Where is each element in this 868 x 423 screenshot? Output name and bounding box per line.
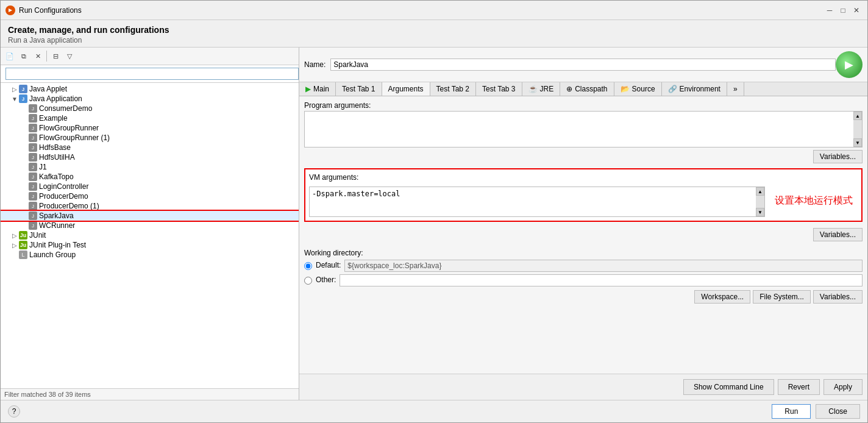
tree-item-flow-group-runner[interactable]: J FlowGroupRunner	[1, 123, 299, 133]
tab-environment[interactable]: 🔗 Environment	[662, 82, 727, 96]
vm-arguments-section: VM arguments: -Dspark.master=local ▲ ▼ 设…	[304, 168, 863, 222]
program-arguments-input[interactable]	[305, 112, 853, 147]
tree-label-kafka-topo: KafkaTopo	[39, 172, 74, 181]
program-arguments-label: Program arguments:	[304, 101, 863, 110]
tab-test3[interactable]: Test Tab 3	[476, 82, 522, 96]
help-button[interactable]: ?	[8, 405, 20, 418]
tree-item-hdfs-util[interactable]: J HdfsUtilHA	[1, 152, 299, 162]
program-arguments-wrapper: ▲ ▼	[304, 111, 863, 148]
default-radio[interactable]	[304, 262, 312, 270]
search-input[interactable]	[5, 68, 299, 80]
workspace-button[interactable]: Workspace...	[694, 290, 750, 304]
tree-item-junit[interactable]: ▷ Ju JUnit	[1, 230, 299, 240]
tree-label-fgr: FlowGroupRunner	[39, 124, 99, 132]
config-icon-hdfs-util: J	[29, 153, 37, 162]
tab-test1[interactable]: Test Tab 1	[336, 82, 382, 96]
vm-arguments-input[interactable]: -Dspark.master=local	[310, 187, 756, 216]
minimize-button[interactable]: ─	[824, 4, 836, 16]
tree-container: ▷ J Java Applet ▼ J Java Application J C…	[1, 83, 299, 388]
tree-item-java-applet[interactable]: ▷ J Java Applet	[1, 84, 299, 94]
tree-item-example[interactable]: J Example	[1, 113, 299, 123]
tree-label-launch-group: Launch Group	[29, 251, 76, 259]
tree-item-wc-runner[interactable]: J WCRunner	[1, 221, 299, 230]
tree-label-login: LoginController	[39, 182, 88, 191]
dir-buttons: Workspace... File System... Variables...	[304, 290, 863, 304]
tree-label-spark-java: SparkJava	[39, 212, 74, 220]
working-directory-label: Working directory:	[304, 249, 863, 257]
tab-label-test1: Test Tab 1	[342, 85, 375, 93]
tab-label-more: »	[733, 85, 738, 93]
program-args-variables-button[interactable]: Variables...	[813, 150, 863, 163]
tree-label-consumer-demo: ConsumerDemo	[39, 104, 92, 113]
tree-label-producer-demo: ProducerDemo	[39, 192, 88, 201]
run-footer-button[interactable]: Run	[772, 404, 811, 419]
tree-item-hdfs-base[interactable]: J HdfsBase	[1, 143, 299, 152]
config-icon-wc: J	[29, 221, 37, 230]
tab-classpath[interactable]: ⊕ Classpath	[560, 82, 614, 96]
tab-more[interactable]: »	[727, 82, 744, 96]
tree-label-junit: JUnit	[29, 231, 46, 240]
tree-item-junit-plugin[interactable]: ▷ Ju JUnit Plug-in Test	[1, 240, 299, 250]
tree-item-consumer-demo[interactable]: J ConsumerDemo	[1, 104, 299, 113]
tree-item-kafka-topo[interactable]: J KafkaTopo	[1, 172, 299, 182]
filter-status: Filter matched 38 of 39 items	[1, 388, 299, 400]
tree-toggle-java-applet[interactable]: ▷	[10, 86, 19, 93]
tab-label-test3: Test Tab 3	[482, 85, 515, 93]
filesystem-button[interactable]: File System...	[753, 290, 811, 304]
tabs-row: ▶ Main Test Tab 1 Arguments Test Tab 2 T…	[299, 82, 867, 96]
vm-args-scrollbar[interactable]: ▲ ▼	[756, 187, 764, 216]
tab-label-source: Source	[632, 85, 655, 93]
jre-icon: ☕	[528, 85, 538, 93]
tree-toggle-junit[interactable]: ▷	[10, 232, 19, 239]
show-command-line-button[interactable]: Show Command Line	[683, 379, 774, 395]
vm-scroll-up[interactable]: ▲	[756, 187, 764, 196]
program-args-scrollbar[interactable]: ▲ ▼	[853, 112, 862, 147]
title-bar-left: Run Configurations	[5, 5, 82, 15]
workdir-variables-button[interactable]: Variables...	[813, 290, 863, 304]
tree-item-login-controller[interactable]: J LoginController	[1, 182, 299, 191]
scroll-up[interactable]: ▲	[853, 112, 862, 120]
new-config-button[interactable]: 📄	[3, 49, 16, 63]
tree-item-spark-java[interactable]: J SparkJava	[1, 211, 299, 221]
header-subtitle: Run a Java application	[8, 36, 860, 44]
config-icon-producer1: J	[29, 202, 37, 210]
run-large-button[interactable]: ▶	[836, 51, 863, 78]
revert-button[interactable]: Revert	[778, 379, 820, 395]
close-footer-button[interactable]: Close	[816, 404, 860, 419]
junit-plugin-icon: Ju	[19, 241, 27, 249]
config-icon-producer: J	[29, 192, 37, 201]
toolbar-separator	[46, 51, 47, 62]
tree-item-launch-group[interactable]: L Launch Group	[1, 250, 299, 260]
tree-item-producer-demo[interactable]: J ProducerDemo	[1, 191, 299, 201]
tree-item-producer-demo1[interactable]: J ProducerDemo (1)	[1, 201, 299, 211]
filter-dropdown-button[interactable]: ▽	[63, 49, 76, 63]
close-button[interactable]: ✕	[850, 4, 863, 16]
other-radio[interactable]	[304, 277, 312, 285]
maximize-button[interactable]: □	[837, 4, 849, 16]
tab-arguments[interactable]: Arguments	[382, 82, 430, 96]
tab-test2[interactable]: Test Tab 2	[430, 82, 476, 96]
apply-button[interactable]: Apply	[824, 379, 863, 395]
tree-label-junit-plugin: JUnit Plug-in Test	[29, 241, 86, 249]
working-directory-section: Working directory: Default: Other: Works…	[304, 249, 863, 304]
filter-button[interactable]: ⊟	[49, 49, 62, 63]
tab-source[interactable]: 📂 Source	[614, 82, 662, 96]
tree-item-flow-group-runner1[interactable]: J FlowGroupRunner (1)	[1, 133, 299, 143]
vm-args-variables-button[interactable]: Variables...	[813, 228, 863, 241]
content-area: Program arguments: ▲ ▼ Variables...	[299, 96, 867, 374]
name-label: Name:	[304, 60, 326, 69]
tab-jre[interactable]: ☕ JRE	[522, 82, 561, 96]
tree-toggle-junit-plugin[interactable]: ▷	[10, 242, 19, 249]
delete-button[interactable]: ✕	[31, 49, 44, 63]
tab-main[interactable]: ▶ Main	[299, 82, 336, 96]
tree-item-j1[interactable]: J J1	[1, 162, 299, 172]
tree-toggle-java-app[interactable]: ▼	[10, 96, 19, 102]
other-path-input[interactable]	[340, 274, 863, 286]
scroll-down[interactable]: ▼	[853, 138, 862, 147]
tree-item-java-app[interactable]: ▼ J Java Application	[1, 94, 299, 104]
duplicate-button[interactable]: ⧉	[17, 49, 30, 63]
tab-label-classpath: Classpath	[575, 85, 607, 93]
tab-label-test2: Test Tab 2	[436, 85, 469, 93]
vm-scroll-down[interactable]: ▼	[756, 208, 764, 216]
config-name-input[interactable]	[330, 59, 836, 71]
